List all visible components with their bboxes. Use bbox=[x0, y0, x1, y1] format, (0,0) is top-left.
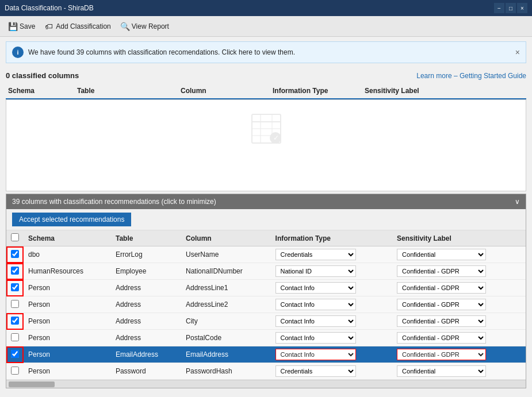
label-select[interactable]: ConfidentialConfidential - GDPRHighly Co… bbox=[397, 365, 486, 377]
close-button[interactable]: × bbox=[517, 3, 527, 13]
row-checkbox-cell bbox=[6, 280, 24, 296]
row-checkbox[interactable] bbox=[11, 267, 19, 275]
infotype-select[interactable]: CredentialsNational IDContact InfoNameSo… bbox=[275, 249, 356, 260]
table-row: PersonEmailAddressEmailAddressCredential… bbox=[6, 346, 526, 363]
row-checkbox[interactable] bbox=[11, 300, 19, 308]
row-infotype-cell: CredentialsNational IDContact InfoNameSo… bbox=[271, 280, 393, 296]
row-column: PostalCode bbox=[181, 330, 271, 346]
row-label-cell: ConfidentialConfidential - GDPRHighly Co… bbox=[392, 346, 526, 363]
row-column: UserName bbox=[181, 246, 271, 263]
checkbox-header bbox=[6, 230, 24, 246]
row-table: Address bbox=[111, 296, 181, 313]
row-checkbox-cell bbox=[6, 363, 24, 380]
row-schema: Person bbox=[24, 363, 111, 380]
row-column: AddressLine2 bbox=[181, 296, 271, 313]
empty-table-area: ✓ bbox=[6, 99, 526, 191]
rec-header-text: 39 columns with classification recommend… bbox=[12, 198, 216, 206]
view-report-button[interactable]: 🔍 View Report bbox=[117, 20, 173, 33]
table-row: PersonAddressAddressLine2CredentialsNati… bbox=[6, 296, 526, 313]
row-checkbox[interactable] bbox=[11, 250, 19, 258]
window-title: Data Classification - ShiraDB bbox=[5, 4, 494, 12]
col-header-column: Column bbox=[178, 86, 270, 96]
th-column: Column bbox=[181, 230, 271, 246]
info-banner-close[interactable]: × bbox=[515, 48, 520, 57]
save-icon: 💾 bbox=[8, 22, 17, 31]
row-checkbox[interactable] bbox=[11, 350, 19, 358]
row-table: Address bbox=[111, 313, 181, 330]
row-label-cell: ConfidentialConfidential - GDPRHighly Co… bbox=[392, 263, 526, 280]
th-schema: Schema bbox=[24, 230, 111, 246]
row-infotype-cell: CredentialsNational IDContact InfoNameSo… bbox=[271, 296, 393, 313]
row-column: EmailAddress bbox=[181, 346, 271, 363]
row-schema: Person bbox=[24, 346, 111, 363]
scrollbar-thumb[interactable] bbox=[9, 381, 55, 387]
table-row: PersonAddressCityCredentialsNational IDC… bbox=[6, 313, 526, 330]
row-checkbox[interactable] bbox=[11, 283, 19, 291]
table-header-row: Schema Table Column Information Type Sen… bbox=[6, 83, 526, 99]
label-select[interactable]: ConfidentialConfidential - GDPRHighly Co… bbox=[397, 315, 486, 327]
maximize-button[interactable]: □ bbox=[506, 3, 516, 13]
infotype-select[interactable]: CredentialsNational IDContact InfoNameSo… bbox=[275, 282, 356, 294]
label-select[interactable]: ConfidentialConfidential - GDPRHighly Co… bbox=[397, 282, 486, 294]
col-header-label: Sensitivity Label bbox=[362, 86, 454, 96]
label-select[interactable]: ConfidentialConfidential - GDPRHighly Co… bbox=[397, 265, 486, 277]
row-label-cell: ConfidentialConfidential - GDPRHighly Co… bbox=[392, 330, 526, 346]
row-checkbox-cell bbox=[6, 246, 24, 263]
col-header-schema: Schema bbox=[6, 86, 75, 96]
info-banner[interactable]: i We have found 39 columns with classifi… bbox=[6, 41, 526, 63]
label-select[interactable]: ConfidentialConfidential - GDPRHighly Co… bbox=[397, 249, 486, 260]
svg-text:✓: ✓ bbox=[273, 134, 279, 142]
label-select[interactable]: ConfidentialConfidential - GDPRHighly Co… bbox=[397, 349, 486, 360]
select-all-checkbox[interactable] bbox=[11, 233, 19, 241]
label-select[interactable]: ConfidentialConfidential - GDPRHighly Co… bbox=[397, 299, 486, 310]
minimize-button[interactable]: − bbox=[494, 3, 504, 13]
row-checkbox[interactable] bbox=[11, 317, 19, 325]
classified-count: 0 classified columns bbox=[6, 71, 79, 80]
row-checkbox[interactable] bbox=[11, 333, 19, 341]
recommendations-table: Schema Table Column Information Type Sen… bbox=[6, 230, 526, 380]
row-table: Password bbox=[111, 363, 181, 380]
chevron-down-icon: ∨ bbox=[515, 198, 520, 206]
th-infotype: Information Type bbox=[271, 230, 393, 246]
row-label-cell: ConfidentialConfidential - GDPRHighly Co… bbox=[392, 313, 526, 330]
row-label-cell: ConfidentialConfidential - GDPRHighly Co… bbox=[392, 280, 526, 296]
row-checkbox[interactable] bbox=[11, 367, 19, 375]
row-infotype-cell: CredentialsNational IDContact InfoNameSo… bbox=[271, 313, 393, 330]
row-schema: dbo bbox=[24, 246, 111, 263]
label-select[interactable]: ConfidentialConfidential - GDPRHighly Co… bbox=[397, 332, 486, 344]
row-column: PasswordHash bbox=[181, 363, 271, 380]
report-icon: 🔍 bbox=[120, 22, 129, 31]
col-header-table: Table bbox=[75, 86, 178, 96]
row-checkbox-cell bbox=[6, 346, 24, 363]
rec-toolbar: Accept selected recommendations bbox=[6, 209, 526, 230]
row-column: AddressLine1 bbox=[181, 280, 271, 296]
infotype-select[interactable]: CredentialsNational IDContact InfoNameSo… bbox=[275, 299, 356, 310]
infotype-select[interactable]: CredentialsNational IDContact InfoNameSo… bbox=[275, 332, 356, 344]
accept-recommendations-button[interactable]: Accept selected recommendations bbox=[12, 213, 131, 226]
rec-table-scroll[interactable]: Schema Table Column Information Type Sen… bbox=[6, 230, 526, 380]
row-label-cell: ConfidentialConfidential - GDPRHighly Co… bbox=[392, 246, 526, 263]
table-row: PersonAddressPostalCodeCredentialsNation… bbox=[6, 330, 526, 346]
add-classification-button[interactable]: 🏷 Add Classification bbox=[41, 20, 114, 33]
infotype-select[interactable]: CredentialsNational IDContact InfoNameSo… bbox=[275, 349, 356, 360]
row-column: City bbox=[181, 313, 271, 330]
row-table: EmailAddress bbox=[111, 346, 181, 363]
row-table: ErrorLog bbox=[111, 246, 181, 263]
classified-header: 0 classified columns Learn more – Gettin… bbox=[6, 68, 526, 83]
row-checkbox-cell bbox=[6, 313, 24, 330]
info-banner-text: We have found 39 columns with classifica… bbox=[28, 48, 511, 56]
rec-panel-header[interactable]: 39 columns with classification recommend… bbox=[6, 194, 526, 209]
window-controls: − □ × bbox=[494, 3, 527, 13]
infotype-select[interactable]: CredentialsNational IDContact InfoNameSo… bbox=[275, 365, 356, 377]
row-schema: Person bbox=[24, 313, 111, 330]
row-schema: HumanResources bbox=[24, 263, 111, 280]
row-column: NationalIDNumber bbox=[181, 263, 271, 280]
infotype-select[interactable]: CredentialsNational IDContact InfoNameSo… bbox=[275, 265, 356, 277]
horizontal-scrollbar[interactable] bbox=[6, 380, 526, 388]
save-button[interactable]: 💾 Save bbox=[5, 20, 39, 33]
row-infotype-cell: CredentialsNational IDContact InfoNameSo… bbox=[271, 246, 393, 263]
row-label-cell: ConfidentialConfidential - GDPRHighly Co… bbox=[392, 363, 526, 380]
table-row: HumanResourcesEmployeeNationalIDNumberCr… bbox=[6, 263, 526, 280]
learn-more-link[interactable]: Learn more – Getting Started Guide bbox=[416, 72, 526, 80]
infotype-select[interactable]: CredentialsNational IDContact InfoNameSo… bbox=[275, 315, 356, 327]
